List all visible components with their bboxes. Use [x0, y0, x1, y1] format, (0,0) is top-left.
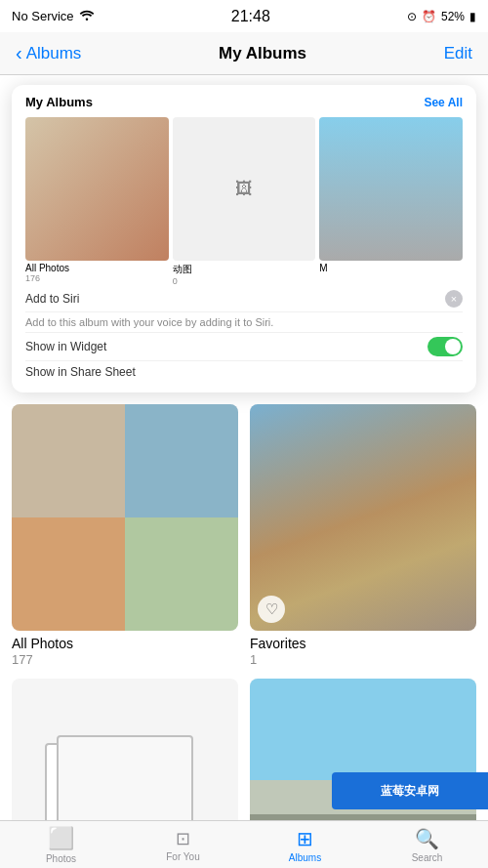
album-thumb-favorites: ♡ — [250, 404, 476, 631]
popup-desc-text: Add to this album with your voice by add… — [25, 316, 273, 328]
tab-photos[interactable]: ⬜ Photos — [0, 826, 122, 864]
back-chevron-icon: ‹ — [16, 42, 22, 64]
mini-thumb-m — [319, 117, 463, 261]
back-button[interactable]: ‹ Albums — [16, 42, 81, 64]
gif-placeholder — [12, 679, 238, 820]
alarm-icon: ⏰ — [422, 10, 436, 23]
popup-card: My Albums See All All Photos 176 🖼 动图 0 … — [12, 85, 476, 393]
mini-thumb-all-photos — [25, 117, 169, 261]
heart-badge: ♡ — [258, 596, 285, 623]
mini-thumb-gif: 🖼 — [173, 117, 316, 261]
popup-header: My Albums See All — [25, 95, 463, 109]
status-left: No Service — [12, 9, 95, 23]
mini-label-all-photos: All Photos — [25, 263, 169, 273]
album-count-favorites: 1 — [250, 652, 476, 667]
status-right: ⊙ ⏰ 52% ▮ — [407, 10, 476, 23]
add-to-siri-label: Add to Siri — [25, 292, 79, 306]
mini-album-gif[interactable]: 🖼 动图 0 — [173, 117, 316, 286]
collage-cell-1 — [12, 404, 125, 517]
album-favorites[interactable]: ♡ Favorites 1 — [250, 404, 476, 667]
album-count-all-photos: 177 — [12, 652, 238, 667]
content-area: My Albums See All All Photos 176 🖼 动图 0 … — [0, 75, 488, 820]
albums-tab-icon: ⊞ — [297, 827, 313, 850]
collage-cell-2 — [125, 404, 238, 517]
watermark: 蓝莓安卓网 — [332, 772, 488, 809]
photo-placeholder — [57, 735, 192, 820]
popup-mini-grid: All Photos 176 🖼 动图 0 M — [25, 117, 463, 286]
favorites-thumb-bg: ♡ — [250, 404, 476, 631]
mini-album-all-photos[interactable]: All Photos 176 — [25, 117, 169, 286]
no-service-text: No Service — [12, 9, 74, 23]
search-tab-icon: 🔍 — [415, 827, 439, 850]
mini-label-m: M — [319, 263, 463, 273]
album-thumb-all-photos — [12, 404, 238, 631]
mini-label-gif: 动图 — [173, 263, 316, 276]
show-in-share-sheet-label: Show in Share Sheet — [25, 365, 136, 379]
back-label[interactable]: Albums — [26, 44, 82, 63]
nav-bar: ‹ Albums My Albums Edit — [0, 32, 488, 75]
popup-row-desc: Add to this album with your voice by add… — [25, 312, 463, 333]
tab-bar: ⬜ Photos ⊡ For You ⊞ Albums 🔍 Search — [0, 820, 488, 868]
album-name-favorites: Favorites — [250, 636, 476, 651]
close-x-icon: × — [451, 293, 457, 305]
popup-row-share-sheet: Show in Share Sheet — [25, 361, 463, 383]
tab-for-you[interactable]: ⊡ For You — [122, 828, 244, 862]
all-photos-collage — [12, 404, 238, 631]
tab-photos-label: Photos — [46, 853, 76, 864]
tab-albums-label: Albums — [289, 852, 321, 863]
tab-albums[interactable]: ⊞ Albums — [244, 827, 366, 863]
album-name-all-photos: All Photos — [12, 636, 238, 651]
albums-grid: All Photos 177 ♡ Favorites 1 — [12, 404, 476, 820]
battery-text: 52% — [441, 10, 465, 23]
tab-for-you-label: For You — [166, 851, 199, 862]
collage-cell-3 — [12, 517, 125, 631]
popup-title: My Albums — [25, 95, 93, 109]
see-all-link[interactable]: See All — [424, 96, 463, 109]
watermark-text: 蓝莓安卓网 — [381, 783, 439, 800]
album-gif[interactable]: 动图 0 — [12, 679, 238, 820]
show-in-widget-toggle[interactable] — [427, 337, 463, 356]
photos-tab-icon: ⬜ — [48, 826, 74, 851]
mini-count-gif: 0 — [173, 276, 316, 286]
page-title: My Albums — [219, 44, 306, 63]
rect-front — [57, 735, 192, 820]
popup-row-widget: Show in Widget — [25, 333, 463, 361]
tab-search[interactable]: 🔍 Search — [366, 827, 488, 863]
tab-search-label: Search — [412, 852, 443, 863]
album-all-photos[interactable]: All Photos 177 — [12, 404, 238, 667]
wifi-icon — [79, 9, 95, 23]
status-bar: No Service 21:48 ⊙ ⏰ 52% ▮ — [0, 0, 488, 32]
album-thumb-gif — [12, 679, 238, 820]
mini-count-all-photos: 176 — [25, 273, 169, 283]
collage-cell-4 — [125, 517, 238, 631]
popup-row-add-to-siri: Add to Siri × — [25, 286, 463, 312]
battery-icon: ▮ — [469, 10, 476, 23]
status-time: 21:48 — [231, 8, 270, 25]
edit-button[interactable]: Edit — [444, 44, 472, 63]
location-icon: ⊙ — [407, 10, 417, 23]
for-you-tab-icon: ⊡ — [176, 828, 190, 849]
popup-close-icon[interactable]: × — [445, 290, 463, 308]
show-in-widget-label: Show in Widget — [25, 340, 106, 353]
mini-album-m[interactable]: M — [319, 117, 463, 286]
